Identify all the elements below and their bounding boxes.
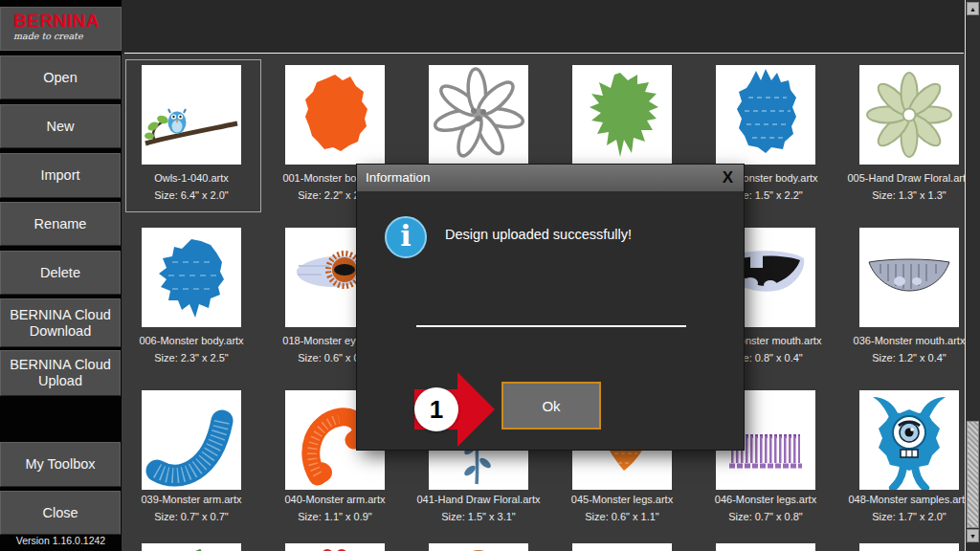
info-icon: i [385, 216, 427, 258]
close-icon[interactable]: X [723, 168, 733, 187]
version-label: Version 1.16.0.1242 [0, 535, 122, 546]
brand-text: BERNINA [13, 11, 121, 31]
file-size: Size: 1.3" x 1.3" [837, 189, 980, 201]
scrollbar-thumb[interactable] [967, 421, 979, 528]
file-name: 041-Hand Draw Floral.artx [407, 494, 550, 505]
brand-tagline: made to create [13, 31, 121, 42]
file-name: 006-Monster body.artx [120, 335, 263, 346]
partial-thumbnail[interactable] [285, 543, 385, 551]
thumbnail-blue-monster-arm[interactable] [142, 390, 241, 490]
thumbnail-blue-monster-body-round[interactable] [142, 228, 241, 327]
partial-thumbnail[interactable] [716, 543, 815, 551]
dialog-title-bar[interactable]: Information [357, 165, 744, 191]
rename-button[interactable]: Rename [0, 202, 121, 246]
ok-button[interactable]: Ok [501, 382, 601, 430]
delete-button[interactable]: Delete [0, 251, 121, 295]
partial-thumbnail[interactable] [572, 543, 672, 551]
file-size: Size: 2.3" x 2.5" [120, 352, 263, 364]
cloud-upload-button[interactable]: BERNINA Cloud Upload [0, 350, 121, 396]
open-button[interactable]: Open [0, 55, 121, 99]
topbar-divider [124, 53, 964, 54]
cloud-download-button[interactable]: BERNINA Cloud Download [0, 298, 121, 347]
close-button[interactable]: Close [0, 491, 121, 535]
partial-thumbnail[interactable] [429, 543, 528, 551]
file-size: Size: 1.2" x 0.4" [837, 352, 980, 364]
file-name: 045-Monster legs.artx [550, 494, 694, 505]
file-size: Size: 1.7" x 2.0" [837, 511, 980, 522]
file-name: 048-Monster samples.artx [837, 494, 980, 505]
bernina-logo: BERNINA made to create [0, 7, 122, 51]
sidebar: BERNINA made to create Open New Import R… [0, 0, 122, 551]
file-name: 036-Monster mouth.artx [837, 335, 980, 346]
thumbnail-green-monster-body[interactable] [572, 65, 672, 165]
scroll-up-button[interactable]: ▲ [967, 2, 979, 15]
dialog-message: Design uploaded successfully! [445, 227, 632, 242]
new-button[interactable]: New [0, 104, 121, 148]
scroll-down-button[interactable]: ▼ [967, 529, 979, 542]
thumbnail-owl-on-branch[interactable] [142, 65, 241, 165]
file-name: 046-Monster legs.artx [694, 494, 837, 505]
bernina-toolbox-window: The search criteria yields 23 files. Sor… [0, 0, 980, 551]
file-size: Size: 1.1" x 0.9" [263, 511, 407, 522]
thumbnail-pale-green-flower[interactable] [859, 65, 959, 165]
file-name: 040-Monster arm.artx [263, 494, 407, 505]
partial-thumbnail[interactable] [142, 543, 241, 551]
thumbnail-gray-monster-mouth[interactable] [859, 228, 959, 327]
import-button[interactable]: Import [0, 153, 121, 198]
partial-thumbnail[interactable] [859, 543, 959, 551]
file-size: Size: 6.4" x 2.0" [120, 189, 263, 201]
thumbnail-blue-monster-body[interactable] [716, 65, 815, 165]
file-name: 005-Hand Draw Floral.artx [837, 172, 980, 184]
annotation-step-badge: 1 [414, 387, 458, 431]
file-name: 039-Monster arm.artx [120, 494, 263, 505]
file-size: Size: 0.6" x 1.1" [550, 511, 694, 522]
thumbnail-daisy-outline[interactable] [429, 65, 528, 165]
top-bar [122, 0, 980, 54]
thumbnail-orange-monster-body[interactable] [285, 65, 385, 165]
file-size: Size: 1.5" x 3.1" [407, 511, 550, 522]
thumbnail-blue-cyclops-monster[interactable] [859, 390, 959, 490]
my-toolbox-button[interactable]: My Toolbox [0, 442, 121, 487]
file-size: Size: 0.7" x 0.8" [694, 511, 837, 522]
file-name: Owls-1-040.artx [120, 172, 263, 184]
dialog-separator [416, 325, 686, 327]
file-size: Size: 0.7" x 0.7" [120, 511, 263, 522]
